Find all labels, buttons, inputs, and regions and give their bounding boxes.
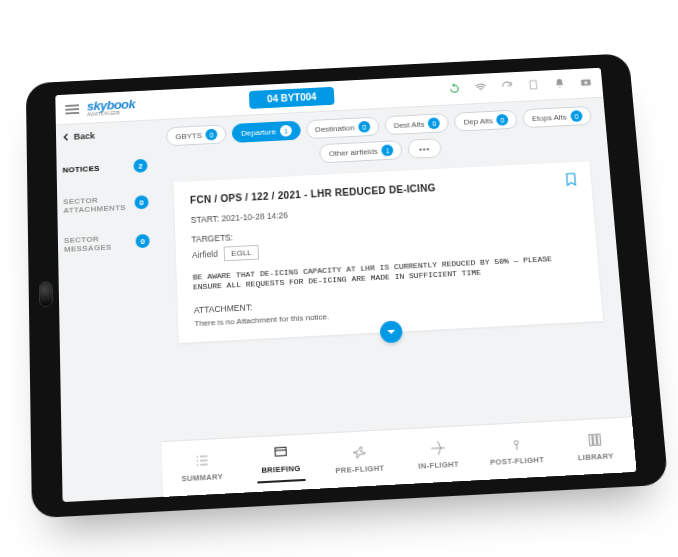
tablet-home-button[interactable] xyxy=(39,280,53,306)
notice-card: FCN / OPS / 122 / 2021 - LHR REDUCED DE-… xyxy=(174,161,603,343)
briefing-icon xyxy=(272,443,289,460)
svg-rect-3 xyxy=(275,447,286,456)
filter-label: Destination xyxy=(315,123,355,134)
nav-label: SUMMARY xyxy=(181,471,223,482)
filter-count: 0 xyxy=(428,117,440,129)
nav-summary[interactable]: SUMMARY xyxy=(162,438,243,497)
target-field-value[interactable]: EGLL xyxy=(224,244,259,260)
nav-label: LIBRARY xyxy=(577,451,614,462)
filter-label: Dest Alts xyxy=(393,119,424,129)
postflight-icon xyxy=(507,435,525,452)
filter-count: 1 xyxy=(381,144,393,156)
nav-inflight[interactable]: IN-FLIGHT xyxy=(397,425,479,484)
filter-count: 0 xyxy=(570,110,583,122)
brand-logo: skybook AVIATION EFB xyxy=(87,96,136,116)
back-button[interactable]: Back xyxy=(62,128,147,142)
bell-icon[interactable] xyxy=(553,77,567,92)
bottom-nav: SUMMARY BRIEFING PRE-FLIGHT IN-FLIGHT xyxy=(162,416,637,496)
topbar-icons xyxy=(448,75,593,96)
sidebar-item-messages[interactable]: SECTOR MESSAGES 0 xyxy=(64,231,150,253)
filter-count: 1 xyxy=(280,124,292,136)
svg-rect-7 xyxy=(597,434,601,445)
sidebar: Back NOTICES 2 SECTOR ATTACHMENTS 0 SECT… xyxy=(56,120,163,502)
filter-label: Dep Alts xyxy=(463,116,493,126)
sidebar-count: 2 xyxy=(133,158,147,172)
filter-etops-alts[interactable]: Etops Alts 0 xyxy=(522,105,592,127)
filter-label: Departure xyxy=(241,127,276,137)
nav-label: POST-FLIGHT xyxy=(490,454,545,466)
filter-more[interactable]: ••• xyxy=(408,138,442,159)
content-row: Back NOTICES 2 SECTOR ATTACHMENTS 0 SECT… xyxy=(56,97,637,501)
refresh-icon[interactable] xyxy=(500,79,514,94)
nav-label: PRE-FLIGHT xyxy=(335,463,385,475)
sidebar-item-label: SECTOR ATTACHMENTS xyxy=(63,194,127,215)
back-label: Back xyxy=(74,130,95,141)
main-panel: GBYTS 0 Departure 1 Destination 0 Dest A… xyxy=(152,97,636,496)
filter-destination[interactable]: Destination 0 xyxy=(306,116,380,139)
wifi-icon xyxy=(474,80,488,95)
filter-dest-alts[interactable]: Dest Alts 0 xyxy=(384,113,449,135)
filter-count: 0 xyxy=(206,128,218,140)
filter-gbyts[interactable]: GBYTS 0 xyxy=(166,124,227,146)
app-screen: skybook AVIATION EFB 04 BYT004 Back xyxy=(55,67,636,501)
start-label: START: xyxy=(191,213,220,224)
menu-icon[interactable] xyxy=(65,103,79,113)
nav-preflight[interactable]: PRE-FLIGHT xyxy=(319,429,401,488)
svg-rect-0 xyxy=(530,80,537,88)
nav-label: BRIEFING xyxy=(261,463,301,474)
svg-rect-6 xyxy=(592,434,596,445)
filter-label: Other airfields xyxy=(329,146,378,157)
flight-code-pill[interactable]: 04 BYT004 xyxy=(249,86,334,108)
svg-rect-5 xyxy=(588,434,592,445)
library-icon xyxy=(585,431,603,448)
inflight-icon xyxy=(429,439,446,456)
nav-label: IN-FLIGHT xyxy=(418,459,459,470)
svg-point-4 xyxy=(514,440,518,444)
sidebar-item-label: SECTOR MESSAGES xyxy=(64,233,128,254)
sync-icon[interactable] xyxy=(448,82,462,97)
sidebar-item-label: NOTICES xyxy=(63,163,100,173)
sidebar-count: 0 xyxy=(134,195,148,209)
nav-briefing[interactable]: BRIEFING xyxy=(240,433,321,492)
filter-label: GBYTS xyxy=(175,130,202,140)
list-icon xyxy=(193,451,210,468)
filter-departure[interactable]: Departure 1 xyxy=(232,120,301,142)
sidebar-count: 0 xyxy=(135,233,149,247)
filter-label: Etops Alts xyxy=(532,112,567,122)
nav-postflight[interactable]: POST-FLIGHT xyxy=(475,421,557,480)
sidebar-item-attachments[interactable]: SECTOR ATTACHMENTS 0 xyxy=(63,193,149,215)
bookmark-icon[interactable] xyxy=(563,171,580,189)
filter-other-airfields[interactable]: Other airfields 1 xyxy=(319,140,402,163)
filter-dep-alts[interactable]: Dep Alts 0 xyxy=(454,109,518,131)
filter-count: 0 xyxy=(496,113,509,125)
filter-count: 0 xyxy=(358,120,370,132)
sidebar-item-notices[interactable]: NOTICES 2 xyxy=(62,158,147,176)
tablet-frame: skybook AVIATION EFB 04 BYT004 Back xyxy=(26,53,669,518)
preflight-icon xyxy=(350,443,367,460)
camera-icon[interactable] xyxy=(579,75,593,90)
start-value: 2021-10-28 14:26 xyxy=(221,210,288,223)
target-field-label: Airfield xyxy=(192,248,218,259)
clipboard-icon[interactable] xyxy=(527,78,541,93)
nav-library[interactable]: LIBRARY xyxy=(554,417,637,475)
